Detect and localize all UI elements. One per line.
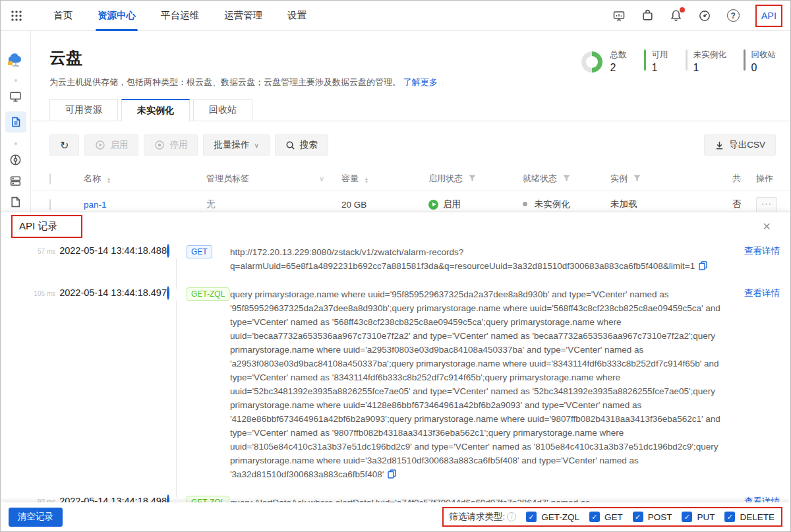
- sidebar-item-storage-icon[interactable]: [9, 196, 22, 208]
- filter-funnel-icon[interactable]: [633, 175, 641, 182]
- filter-type-label: 筛选请求类型: i: [449, 511, 516, 523]
- disable-button[interactable]: 停用: [144, 134, 198, 156]
- header-shared: 共: [732, 173, 752, 185]
- refresh-button[interactable]: ↻: [49, 134, 79, 156]
- filter-type-delete-label: DELETE: [740, 512, 775, 522]
- tab-not-instantiated[interactable]: 未实例化: [121, 99, 190, 121]
- cell-enable-state: 启用: [443, 198, 461, 210]
- app-grid-icon[interactable]: [11, 10, 22, 22]
- api-panel-header: API 记录 ×: [1, 212, 790, 240]
- enable-button[interactable]: 启用: [84, 134, 138, 156]
- menu-item-settings[interactable]: 设置: [275, 1, 319, 31]
- stat-bar-available: [644, 49, 646, 71]
- checked-checkbox-icon[interactable]: ✓: [724, 512, 735, 522]
- api-panel-footer: 清空记录 筛选请求类型: i ✓ GET-ZQL ✓ GET ✓ POST: [1, 502, 790, 531]
- main-menu: 首页 资源中心 平台运维 运营管理 设置: [41, 1, 319, 31]
- record-request-text: query AlertDataAck where alertDataUuid='…: [230, 496, 724, 502]
- checked-checkbox-icon[interactable]: ✓: [633, 512, 643, 522]
- main-content: 云盘 为云主机提供存储，包括两种类型：根云盘、数据云盘；云盘管理主要涉及数据云盘…: [31, 31, 790, 212]
- toolbox-bag-icon[interactable]: [641, 9, 654, 22]
- filter-type-put-label: PUT: [697, 512, 715, 522]
- navbar-right-icons: ? API: [612, 5, 782, 27]
- page-header: 云盘 为云主机提供存储，包括两种类型：根云盘、数据云盘；云盘管理主要涉及数据云盘…: [31, 31, 790, 88]
- api-entry-button[interactable]: API: [761, 11, 776, 21]
- timeline-dot-icon: [167, 494, 169, 502]
- stat-not-instantiated-value: 1: [693, 62, 726, 74]
- record-timestamp: 2022-05-14 13:44:18.488: [59, 245, 167, 256]
- filter-funnel-icon[interactable]: [469, 175, 476, 182]
- checked-checkbox-icon[interactable]: ✓: [589, 512, 600, 522]
- help-icon[interactable]: ?: [727, 9, 740, 22]
- info-icon[interactable]: i: [507, 512, 516, 521]
- view-detail-link[interactable]: 查看详情: [724, 287, 780, 483]
- tab-available-resources[interactable]: 可用资源: [49, 99, 118, 121]
- menu-item-home[interactable]: 首页: [41, 1, 85, 31]
- record-request-text: http://172.20.13.229:8080/zstack/v1/zwat…: [230, 245, 724, 274]
- tab-recycle-bin[interactable]: 回收站: [193, 99, 252, 121]
- filter-checkbox-post[interactable]: ✓ POST: [633, 512, 672, 522]
- dashboard-board-icon[interactable]: [612, 9, 626, 22]
- row-checkbox[interactable]: [49, 199, 51, 210]
- sidebar-divider-dot: [15, 142, 17, 145]
- filter-funnel-icon[interactable]: [563, 175, 570, 182]
- chevron-down-icon[interactable]: ∨: [319, 175, 324, 183]
- stat-bar-not-instantiated: [686, 49, 688, 71]
- filter-checkbox-get-zql[interactable]: ✓ GET-ZQL: [526, 512, 579, 522]
- select-all-checkbox[interactable]: [49, 173, 51, 185]
- product-logo-icon[interactable]: [5, 48, 26, 69]
- header-ready-state: 就绪状态: [523, 173, 557, 183]
- menu-item-operation-mgmt[interactable]: 运营管理: [212, 1, 275, 31]
- app-window: 首页 资源中心 平台运维 运营管理 设置: [0, 0, 791, 532]
- header-capacity[interactable]: 容量: [341, 173, 359, 183]
- clear-records-button[interactable]: 清空记录: [9, 508, 63, 527]
- stat-available: 可用 1: [644, 49, 668, 74]
- header-name[interactable]: 名称: [84, 173, 101, 183]
- copy-icon[interactable]: [699, 260, 707, 274]
- export-csv-label: 导出CSV: [729, 139, 765, 151]
- play-circle-icon: [95, 140, 105, 150]
- cell-shared: 否: [732, 198, 752, 210]
- stat-recycle-bin-label: 回收站: [751, 49, 776, 61]
- table-toolbar: ↻ 启用 停用 批量操作 ∨ 搜索: [31, 121, 790, 156]
- api-title-annotation-box: API 记录: [11, 215, 82, 238]
- donut-chart: [581, 51, 602, 73]
- sidebar-item-volume-icon[interactable]: [5, 111, 26, 133]
- filter-checkbox-put[interactable]: ✓ PUT: [682, 512, 715, 522]
- sidebar-item-network-icon[interactable]: [9, 154, 22, 166]
- copy-icon[interactable]: [388, 469, 396, 483]
- filter-checkbox-delete[interactable]: ✓ DELETE: [724, 512, 775, 522]
- stat-available-value: 1: [652, 62, 668, 74]
- record-duration: 105 ms: [34, 290, 55, 297]
- sidebar-item-vm-icon[interactable]: [9, 90, 22, 103]
- api-record: 105 ms 2022-05-14 13:44:18.497 GET-ZQL q…: [11, 287, 780, 483]
- method-badge: GET-ZQL: [187, 287, 229, 301]
- search-button[interactable]: 搜索: [275, 134, 328, 156]
- enable-button-label: 启用: [110, 139, 128, 151]
- stat-recycle-bin: 回收站 0: [744, 49, 776, 74]
- batch-actions-button[interactable]: 批量操作 ∨: [203, 134, 269, 156]
- row-actions-button[interactable]: ···: [756, 197, 777, 212]
- sort-icon[interactable]: ▲▼: [107, 177, 111, 183]
- volume-table: 名称 ▲▼ 管理员标签 ∨ 容量 ▲▼ 启用状态: [31, 167, 790, 212]
- export-csv-button[interactable]: 导出CSV: [704, 134, 776, 156]
- notification-bell-icon[interactable]: [670, 9, 682, 22]
- sort-icon[interactable]: ▲▼: [365, 177, 368, 183]
- sidebar-item-host-icon[interactable]: [9, 175, 22, 187]
- checked-checkbox-icon[interactable]: ✓: [526, 512, 537, 522]
- top-navbar: 首页 资源中心 平台运维 运营管理 设置: [1, 1, 790, 31]
- monitor-gauge-icon[interactable]: [698, 9, 711, 22]
- download-icon: [715, 140, 724, 150]
- table-row[interactable]: pan-1 无 20 GB 启用 未实例化 未加载 否 ···: [31, 191, 790, 212]
- learn-more-link[interactable]: 了解更多: [403, 77, 438, 87]
- filter-type-get-zql-label: GET-ZQL: [541, 512, 579, 522]
- checked-checkbox-icon[interactable]: ✓: [682, 512, 692, 522]
- stat-not-instantiated-label: 未实例化: [693, 49, 726, 61]
- menu-item-platform-ops[interactable]: 平台运维: [148, 1, 212, 31]
- method-badge: GET-ZQL: [187, 496, 229, 502]
- filter-checkbox-get[interactable]: ✓ GET: [589, 512, 623, 522]
- volume-name-link[interactable]: pan-1: [84, 200, 107, 210]
- close-icon[interactable]: ×: [763, 220, 771, 233]
- view-detail-link[interactable]: 查看详情: [724, 496, 780, 502]
- view-detail-link[interactable]: 查看详情: [724, 245, 780, 274]
- menu-item-resource-center[interactable]: 资源中心: [85, 1, 148, 31]
